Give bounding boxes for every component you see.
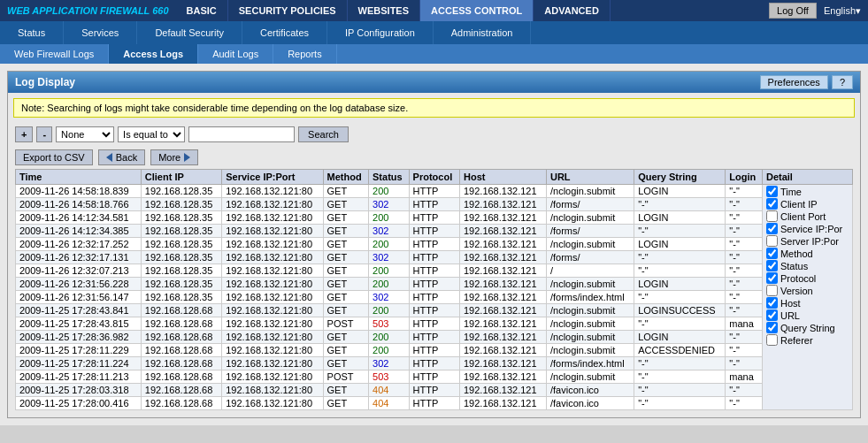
col-header-protocol: Protocol [409,170,459,185]
log-off-button[interactable]: Log Off [769,3,817,19]
detail-checkbox-protocol[interactable] [766,272,778,284]
search-bar: + - None Time Client IP Method Status UR… [8,123,860,146]
detail-checkbox-time[interactable] [766,186,778,197]
back-arrow-icon [106,153,112,162]
top-nav-items: BASIC SECURITY POLICIES WEBSITES ACCESS … [176,0,770,21]
third-nav-reports[interactable]: Reports [273,44,337,64]
detail-checkbox-status[interactable] [766,260,778,271]
table-row: 2009-11-25 17:28:11.224192.168.128.68192… [16,357,853,370]
search-button[interactable]: Search [298,126,349,142]
table-row: 2009-11-26 12:32:17.131192.168.128.35192… [16,251,853,264]
export-csv-button[interactable]: Export to CSV [15,149,93,165]
help-button[interactable]: ? [832,75,853,89]
back-button[interactable]: Back [98,149,145,165]
second-nav-administration[interactable]: Administration [434,21,532,44]
third-nav: Web Firewall Logs Access Logs Audit Logs… [0,44,868,64]
table-row: 2009-11-25 17:28:36.982192.168.128.68192… [16,331,853,344]
filter-condition-select[interactable]: Is equal to Contains Starts with [118,126,185,142]
table-row: 2009-11-25 17:28:00.416192.168.128.68192… [16,397,853,410]
table-row: 2009-11-25 17:28:11.213192.168.128.68192… [16,370,853,384]
table-row: 2009-11-26 14:58:18.839192.168.128.35192… [16,185,853,198]
app-title: WEB APPLICATION FIREWALL 660 [0,5,176,16]
log-table-container: Time Client IP Service IP:Port Method St… [8,169,860,417]
forward-arrow-icon [184,153,190,162]
col-header-url: URL [546,170,634,185]
table-row: 2009-11-26 14:58:18.766192.168.128.35192… [16,198,853,211]
log-display-panel: Log Display Preferences ? Note: Searchin… [7,71,861,418]
third-nav-audit-logs[interactable]: Audit Logs [198,44,273,64]
table-row: 2009-11-26 14:12:34.385192.168.128.35192… [16,225,853,238]
note-bar: Note: Searching of logs might take consi… [13,98,855,118]
nav-item-access-control[interactable]: ACCESS CONTROL [420,0,534,21]
main-content: Log Display Preferences ? Note: Searchin… [0,64,868,425]
nav-item-websites[interactable]: WEBSITES [348,0,420,21]
table-row: 2009-11-25 17:28:43.815192.168.128.68192… [16,317,853,331]
table-row: 2009-11-26 12:32:07.213192.168.128.35192… [16,264,853,278]
table-row: 2009-11-25 17:28:03.318192.168.128.68192… [16,384,853,397]
detail-checkbox-query-string[interactable] [766,322,778,333]
detail-column: TimeClient IPClient PortService IP:PorSe… [762,185,852,410]
detail-checkbox-client-port[interactable] [766,210,778,222]
detail-checkbox-referer[interactable] [766,334,778,346]
detail-checkbox-url[interactable] [766,309,778,321]
top-nav: WEB APPLICATION FIREWALL 660 BASIC SECUR… [0,0,868,21]
third-nav-web-firewall-logs[interactable]: Web Firewall Logs [0,44,109,64]
table-row: 2009-11-26 12:32:17.252192.168.128.35192… [16,238,853,251]
col-header-login: Login [726,170,763,185]
remove-filter-button[interactable]: - [36,126,52,142]
filter-field-select[interactable]: None Time Client IP Method Status URL [56,126,114,142]
third-nav-access-logs[interactable]: Access Logs [109,44,198,64]
top-nav-right: Log Off English▾ [769,3,868,19]
table-row: 2009-11-26 12:31:56.147192.168.128.35192… [16,291,853,304]
col-header-client-ip: Client IP [141,170,221,185]
detail-checkbox-method[interactable] [766,248,778,259]
table-row: 2009-11-26 12:31:56.228192.168.128.35192… [16,278,853,291]
col-header-service-ip-port: Service IP:Port [222,170,323,185]
english-label: English▾ [824,5,868,17]
preferences-button[interactable]: Preferences [760,75,828,89]
table-row: 2009-11-26 14:12:34.581192.168.128.35192… [16,211,853,225]
detail-checkbox-service-ip-por[interactable] [766,223,778,234]
nav-item-advanced[interactable]: ADVANCED [534,0,611,21]
table-row: 2009-11-25 17:28:43.841192.168.128.68192… [16,304,853,317]
second-nav: Status Services Default Security Certifi… [0,21,868,44]
nav-item-security-policies[interactable]: SECURITY POLICIES [228,0,348,21]
col-header-query-string: Query String [634,170,726,185]
detail-checkbox-host[interactable] [766,297,778,309]
panel-header: Log Display Preferences ? [8,72,860,93]
detail-checkbox-version[interactable] [766,285,778,296]
col-header-time: Time [16,170,142,185]
add-filter-button[interactable]: + [15,126,33,142]
nav-item-basic[interactable]: BASIC [176,0,228,21]
second-nav-certificates[interactable]: Certificates [242,21,327,44]
action-bar: Export to CSV Back More [8,146,860,169]
col-header-host: Host [459,170,546,185]
more-button[interactable]: More [150,149,198,165]
log-table: Time Client IP Service IP:Port Method St… [15,169,853,410]
col-header-detail: Detail [762,170,852,185]
detail-checkbox-client-ip[interactable] [766,198,778,210]
col-header-method: Method [323,170,368,185]
panel-title: Log Display [15,76,75,88]
search-input[interactable] [188,126,295,142]
panel-header-buttons: Preferences ? [760,75,853,89]
col-header-status: Status [369,170,410,185]
second-nav-status[interactable]: Status [0,21,64,44]
detail-checkbox-server-ip-por[interactable] [766,235,778,247]
second-nav-ip-configuration[interactable]: IP Configuration [327,21,434,44]
second-nav-services[interactable]: Services [64,21,137,44]
table-row: 2009-11-25 17:28:11.229192.168.128.68192… [16,344,853,357]
second-nav-default-security[interactable]: Default Security [137,21,242,44]
